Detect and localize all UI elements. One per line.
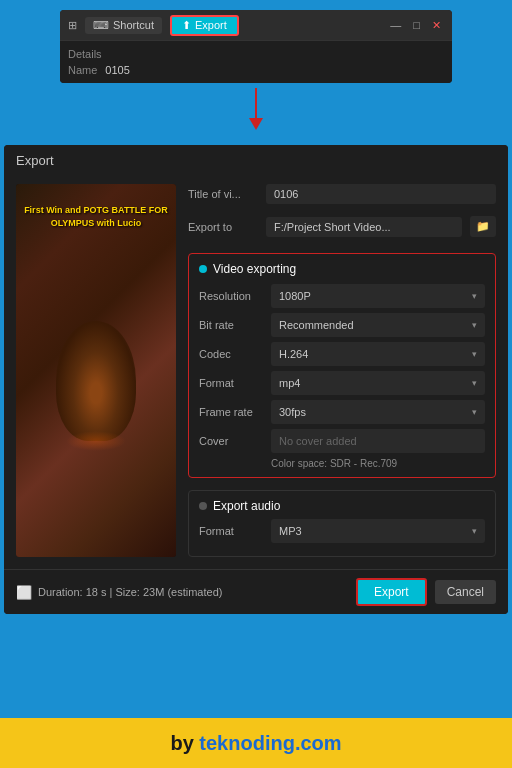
name-row: Name 0105 [68, 62, 444, 78]
details-row: Details [68, 46, 444, 62]
footer-info: ⬜ Duration: 18 s | Size: 23M (estimated) [16, 585, 222, 600]
watermark-link: teknoding.com [199, 732, 341, 754]
bitrate-row: Bit rate Recommended ▾ [199, 313, 485, 337]
app-icon: ⊞ [68, 19, 77, 32]
codec-label: Codec [199, 348, 271, 360]
shortcut-icon: ⌨ [93, 19, 109, 32]
shortcut-label: Shortcut [113, 19, 154, 31]
arrow-indicator [249, 88, 263, 130]
export-final-button[interactable]: Export [356, 578, 427, 606]
dialog-title: Export [4, 145, 508, 176]
title-row: Title of vi... [188, 184, 496, 204]
bitrate-arrow: ▾ [472, 320, 477, 330]
watermark-text: by teknoding.com [170, 732, 341, 755]
video-section-header: Video exporting [199, 262, 485, 276]
upload-icon: ⬆ [182, 19, 191, 32]
export-top-button[interactable]: ⬆ Export [170, 15, 239, 36]
framerate-value: 30fps [279, 406, 306, 418]
title-input[interactable] [266, 184, 496, 204]
cover-value[interactable]: No cover added [271, 429, 485, 453]
browse-folder-button[interactable]: 📁 [470, 216, 496, 237]
info-icon: ⬜ [16, 585, 32, 600]
framerate-label: Frame rate [199, 406, 271, 418]
codec-arrow: ▾ [472, 349, 477, 359]
preview-title: First Win and POTG BATTLE FOR OLYMPUS wi… [16, 204, 176, 229]
codec-value: H.264 [279, 348, 308, 360]
preview-thumbnail: First Win and POTG BATTLE FOR OLYMPUS wi… [16, 184, 176, 557]
top-bar-left: ⊞ ⌨ Shortcut ⬆ Export [68, 15, 239, 36]
window-controls: — □ ✕ [387, 18, 444, 33]
audio-format-value: MP3 [279, 525, 302, 537]
arrow-head [249, 118, 263, 130]
maximize-button[interactable]: □ [410, 18, 423, 32]
export-top-label: Export [195, 19, 227, 31]
top-bar: ⊞ ⌨ Shortcut ⬆ Export — □ ✕ [60, 10, 452, 40]
duration-size-label: Duration: 18 s | Size: 23M (estimated) [38, 586, 222, 598]
colorspace-text: Color space: SDR - Rec.709 [199, 458, 485, 469]
close-button[interactable]: ✕ [429, 18, 444, 33]
format-row: Format mp4 ▾ [199, 371, 485, 395]
preview-area: First Win and POTG BATTLE FOR OLYMPUS wi… [16, 184, 176, 557]
export-to-row: Export to F:/Project Short Video... 📁 [188, 216, 496, 237]
audio-section-header: Export audio [199, 499, 485, 513]
codec-dropdown[interactable]: H.264 ▾ [271, 342, 485, 366]
bitrate-dropdown[interactable]: Recommended ▾ [271, 313, 485, 337]
watermark-bar: by teknoding.com [0, 718, 512, 768]
top-bar-container: ⊞ ⌨ Shortcut ⬆ Export — □ ✕ Details Name… [60, 10, 452, 83]
resolution-dropdown[interactable]: 1080P ▾ [271, 284, 485, 308]
details-label: Details [68, 48, 102, 60]
preview-character-art [56, 321, 136, 441]
cancel-button[interactable]: Cancel [435, 580, 496, 604]
cover-row: Cover No cover added [199, 429, 485, 453]
bitrate-value: Recommended [279, 319, 354, 331]
arrow-line [255, 88, 257, 118]
audio-section-dot [199, 502, 207, 510]
format-value: mp4 [279, 377, 300, 389]
dialog-body: First Win and POTG BATTLE FOR OLYMPUS wi… [4, 176, 508, 569]
bitrate-label: Bit rate [199, 319, 271, 331]
format-label: Format [199, 377, 271, 389]
resolution-label: Resolution [199, 290, 271, 302]
audio-export-section: Export audio Format MP3 ▾ [188, 490, 496, 557]
export-to-label: Export to [188, 221, 258, 233]
video-section-dot [199, 265, 207, 273]
audio-format-arrow: ▾ [472, 526, 477, 536]
resolution-arrow: ▾ [472, 291, 477, 301]
shortcut-button[interactable]: ⌨ Shortcut [85, 17, 162, 34]
cover-label: Cover [199, 435, 271, 447]
framerate-row: Frame rate 30fps ▾ [199, 400, 485, 424]
minimize-button[interactable]: — [387, 18, 404, 32]
audio-section-title: Export audio [213, 499, 280, 513]
details-bar: Details Name 0105 [60, 40, 452, 83]
watermark-prefix: by [170, 732, 199, 754]
footer-actions: Export Cancel [356, 578, 496, 606]
audio-format-row: Format MP3 ▾ [199, 519, 485, 543]
format-arrow: ▾ [472, 378, 477, 388]
name-label: Name [68, 64, 97, 76]
resolution-value: 1080P [279, 290, 311, 302]
video-section-title: Video exporting [213, 262, 296, 276]
dialog-footer: ⬜ Duration: 18 s | Size: 23M (estimated)… [4, 569, 508, 614]
right-panel: Title of vi... Export to F:/Project Shor… [188, 184, 496, 557]
format-dropdown[interactable]: mp4 ▾ [271, 371, 485, 395]
export-to-value[interactable]: F:/Project Short Video... [266, 217, 462, 237]
audio-format-dropdown[interactable]: MP3 ▾ [271, 519, 485, 543]
framerate-dropdown[interactable]: 30fps ▾ [271, 400, 485, 424]
resolution-row: Resolution 1080P ▾ [199, 284, 485, 308]
name-value: 0105 [105, 64, 129, 76]
codec-row: Codec H.264 ▾ [199, 342, 485, 366]
framerate-arrow: ▾ [472, 407, 477, 417]
export-dialog: Export First Win and POTG BATTLE FOR OLY… [4, 145, 508, 614]
audio-format-label: Format [199, 525, 271, 537]
video-export-section: Video exporting Resolution 1080P ▾ Bit r… [188, 253, 496, 478]
title-label: Title of vi... [188, 188, 258, 200]
